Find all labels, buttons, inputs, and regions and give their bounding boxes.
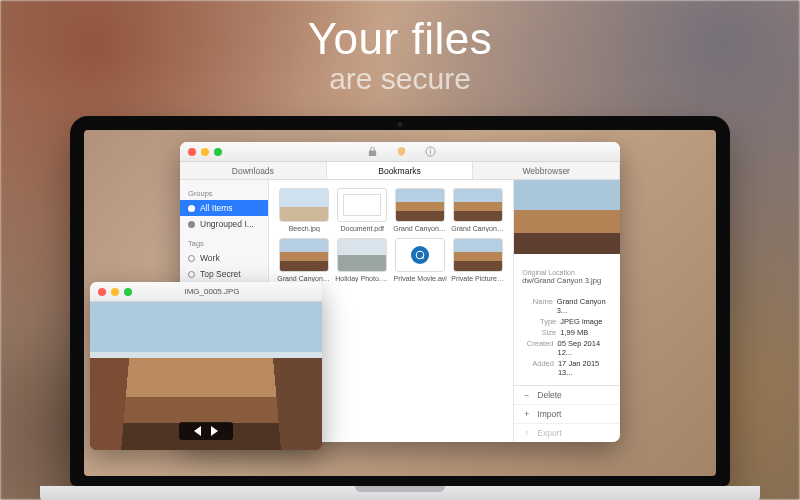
tab-webbrowser[interactable]: Webbrowser xyxy=(473,162,620,179)
laptop-mockup: Downloads Bookmarks Webbrowser Groups Al… xyxy=(70,116,730,500)
hero-line-2: are secure xyxy=(0,62,800,96)
button-label: Import xyxy=(537,409,561,419)
sidebar-groups-header: Groups xyxy=(180,186,268,200)
laptop-screen: Downloads Bookmarks Webbrowser Groups Al… xyxy=(84,130,716,476)
preview-nav-controls xyxy=(179,422,233,440)
file-item[interactable]: Beech.jpg xyxy=(277,188,331,232)
folder-icon xyxy=(188,221,195,228)
preview-body xyxy=(90,302,322,450)
meta-key: Name xyxy=(522,297,553,315)
thumbnail-icon xyxy=(395,238,445,272)
sidebar-item-label: Work xyxy=(200,253,220,263)
file-name: Private Movie.avi xyxy=(394,275,447,282)
folder-icon xyxy=(188,205,195,212)
file-item[interactable]: Holiday Photo.jpg xyxy=(335,238,389,282)
file-item[interactable]: Document.pdf xyxy=(335,188,389,232)
window-titlebar[interactable] xyxy=(180,142,620,162)
up-arrow-icon: ↑ xyxy=(522,428,531,438)
plus-icon: + xyxy=(522,409,531,419)
tag-icon xyxy=(188,271,195,278)
detail-action-buttons: −Delete +Import ↑Export xyxy=(514,385,620,442)
window-titlebar[interactable]: IMG_0005.JPG xyxy=(90,282,322,302)
export-button[interactable]: ↑Export xyxy=(514,423,620,442)
tab-bookmarks[interactable]: Bookmarks xyxy=(327,162,474,179)
laptop-camera-icon xyxy=(398,122,403,127)
delete-button[interactable]: −Delete xyxy=(514,386,620,404)
sidebar-tags-header: Tags xyxy=(180,236,268,250)
file-name: Grand Canyon 2.jpg xyxy=(393,225,447,232)
minimize-icon[interactable] xyxy=(201,148,209,156)
thumbnail-icon xyxy=(279,188,329,222)
meta-value: 1,99 MB xyxy=(560,328,588,337)
meta-value: 17 Jan 2015 13... xyxy=(558,359,612,377)
file-name: Grand Canyon 3.jpg xyxy=(451,225,505,232)
window-traffic-lights xyxy=(90,288,132,296)
preview-title: IMG_0005.JPG xyxy=(132,287,292,296)
sidebar-tag-work[interactable]: Work xyxy=(180,250,268,266)
thumbnail-icon xyxy=(395,188,445,222)
thumbnail-icon xyxy=(453,238,503,272)
sidebar-item-ungrouped[interactable]: Ungrouped I... xyxy=(180,216,268,232)
next-arrow-icon[interactable] xyxy=(211,426,218,436)
sidebar-item-label: Ungrouped I... xyxy=(200,219,254,229)
shield-icon[interactable] xyxy=(396,146,407,157)
minus-icon: − xyxy=(522,390,531,400)
svg-point-2 xyxy=(429,149,430,150)
tab-bar: Downloads Bookmarks Webbrowser xyxy=(180,162,620,180)
thumbnail-icon xyxy=(279,238,329,272)
original-location-label: Original Location xyxy=(514,269,620,276)
close-icon[interactable] xyxy=(98,288,106,296)
file-item[interactable]: Grand Canyon.jpg xyxy=(277,238,331,282)
file-name: Private Picture.jpg xyxy=(451,275,505,282)
svg-rect-1 xyxy=(430,151,431,154)
file-item[interactable]: Private Movie.avi xyxy=(393,238,447,282)
laptop-base xyxy=(40,486,760,500)
info-icon[interactable] xyxy=(425,146,436,157)
import-button[interactable]: +Import xyxy=(514,404,620,423)
thumbnail-icon xyxy=(337,238,387,272)
lock-icon[interactable] xyxy=(367,146,378,157)
file-name: Holiday Photo.jpg xyxy=(335,275,389,282)
meta-value: 05 Sep 2014 12... xyxy=(558,339,612,357)
sidebar-item-all-items[interactable]: All Items xyxy=(180,200,268,216)
detail-pane: Original Location dw/Grand Canyon 3.jpg … xyxy=(513,180,620,442)
zoom-icon[interactable] xyxy=(214,148,222,156)
close-icon[interactable] xyxy=(188,148,196,156)
original-location-value: dw/Grand Canyon 3.jpg xyxy=(514,276,620,291)
marketing-headline: Your files are secure xyxy=(0,14,800,96)
button-label: Delete xyxy=(537,390,562,400)
tab-downloads[interactable]: Downloads xyxy=(180,162,327,179)
file-name: Beech.jpg xyxy=(289,225,320,232)
meta-key: Size xyxy=(522,328,556,337)
detail-preview-image xyxy=(514,180,620,254)
file-item[interactable]: Private Picture.jpg xyxy=(451,238,505,282)
button-label: Export xyxy=(537,428,562,438)
detail-metadata: NameGrand Canyon 3... TypeJPEG image Siz… xyxy=(514,291,620,385)
window-traffic-lights xyxy=(180,148,222,156)
hero-line-1: Your files xyxy=(0,14,800,64)
meta-value: JPEG image xyxy=(560,317,602,326)
file-item[interactable]: Grand Canyon 3.jpg xyxy=(451,188,505,232)
prev-arrow-icon[interactable] xyxy=(194,426,201,436)
file-name: Document.pdf xyxy=(340,225,384,232)
file-item[interactable]: Grand Canyon 2.jpg xyxy=(393,188,447,232)
sidebar-tag-top-secret[interactable]: Top Secret xyxy=(180,266,268,282)
meta-key: Created xyxy=(522,339,553,357)
meta-value: Grand Canyon 3... xyxy=(557,297,612,315)
thumbnail-icon xyxy=(337,188,387,222)
quicklook-window: IMG_0005.JPG xyxy=(90,282,322,450)
meta-key: Type xyxy=(522,317,556,326)
thumbnail-icon xyxy=(453,188,503,222)
minimize-icon[interactable] xyxy=(111,288,119,296)
laptop-bezel: Downloads Bookmarks Webbrowser Groups Al… xyxy=(70,116,730,486)
sidebar-item-label: All Items xyxy=(200,203,233,213)
file-name: Grand Canyon.jpg xyxy=(277,275,331,282)
toolbar-center xyxy=(222,146,580,157)
sidebar-item-label: Top Secret xyxy=(200,269,241,279)
zoom-icon[interactable] xyxy=(124,288,132,296)
tag-icon xyxy=(188,255,195,262)
meta-key: Added xyxy=(522,359,554,377)
quicktime-icon xyxy=(411,246,429,264)
